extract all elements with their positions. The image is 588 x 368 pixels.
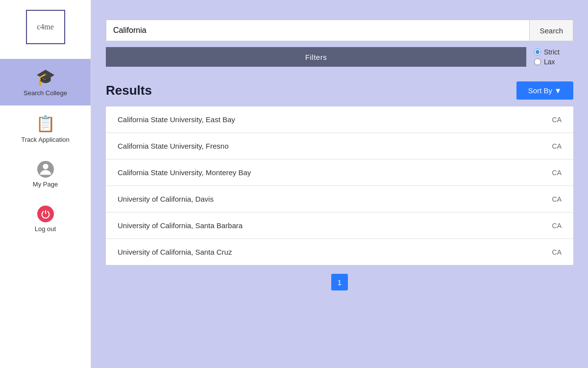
search-mode-radio-group: Strict Lax: [534, 48, 573, 66]
person-icon: [37, 161, 54, 178]
result-state: CA: [552, 248, 562, 256]
logo-text: c4me: [37, 23, 54, 31]
logo: c4me: [26, 10, 65, 44]
result-state: CA: [552, 169, 562, 177]
lax-radio[interactable]: [534, 58, 541, 65]
table-row[interactable]: California State University, Fresno CA: [106, 133, 573, 159]
main-content: Search Filters Strict Lax Results Sort B…: [91, 0, 588, 368]
sort-by-button[interactable]: Sort By ▼: [516, 81, 573, 100]
result-state: CA: [552, 195, 562, 203]
search-row: Search: [106, 20, 573, 41]
track-application-label: Track Application: [21, 136, 70, 143]
result-name: University of California, Davis: [118, 195, 214, 203]
lax-radio-label[interactable]: Lax: [534, 58, 573, 66]
page-1-button[interactable]: 1: [331, 274, 348, 290]
result-name: California State University, East Bay: [118, 115, 235, 124]
table-row[interactable]: University of California, Santa Barbara …: [106, 212, 573, 239]
sidebar-item-logout[interactable]: Log out: [0, 197, 91, 241]
result-name: California State University, Fresno: [118, 142, 228, 150]
sidebar: c4me 🎓 Search College 📋 Track Applicatio…: [0, 0, 91, 368]
svg-point-0: [43, 164, 48, 169]
search-input[interactable]: [106, 20, 529, 41]
sidebar-item-my-page[interactable]: My Page: [0, 152, 91, 197]
result-name: University of California, Santa Cruz: [118, 248, 232, 256]
result-state: CA: [552, 116, 562, 124]
result-state: CA: [552, 142, 562, 150]
result-name: California State University, Monterey Ba…: [118, 168, 251, 177]
search-button[interactable]: Search: [529, 20, 573, 41]
power-icon: [37, 206, 54, 222]
filters-button[interactable]: Filters: [106, 47, 526, 67]
strict-label: Strict: [544, 48, 560, 56]
my-page-label: My Page: [33, 181, 58, 188]
sidebar-item-search-college[interactable]: 🎓 Search College: [0, 59, 91, 105]
results-table: California State University, East Bay CA…: [106, 106, 573, 265]
result-name: University of California, Santa Barbara: [118, 221, 243, 230]
document-icon: 📋: [36, 114, 55, 133]
logout-label: Log out: [35, 225, 56, 233]
table-row[interactable]: University of California, Santa Cruz CA: [106, 239, 573, 265]
pagination: 1: [106, 274, 573, 290]
sidebar-item-track-application[interactable]: 📋 Track Application: [0, 105, 91, 152]
strict-radio-label[interactable]: Strict: [534, 48, 573, 56]
lax-label: Lax: [544, 58, 555, 66]
results-title: Results: [106, 83, 152, 98]
filters-row: Filters Strict Lax: [106, 47, 573, 67]
search-area: Search Filters Strict Lax: [106, 20, 573, 67]
strict-radio[interactable]: [534, 49, 541, 55]
table-row[interactable]: University of California, Davis CA: [106, 186, 573, 212]
table-row[interactable]: California State University, Monterey Ba…: [106, 159, 573, 186]
graduation-icon: 🎓: [36, 68, 55, 86]
result-state: CA: [552, 222, 562, 230]
results-header: Results Sort By ▼: [106, 81, 573, 100]
search-college-label: Search College: [24, 89, 67, 97]
table-row[interactable]: California State University, East Bay CA: [106, 106, 573, 133]
